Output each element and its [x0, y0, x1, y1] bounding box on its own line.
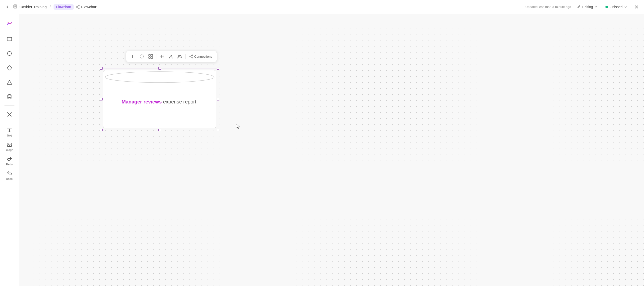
toolbar-person-button[interactable] — [167, 52, 175, 60]
editing-button[interactable]: Editing — [575, 4, 600, 10]
updated-text: Updated less than a minute ago — [526, 5, 571, 9]
svg-point-28 — [178, 55, 180, 57]
text-normal: expense report. — [162, 99, 198, 105]
chevron-down-icon-finished — [624, 5, 627, 8]
handle-bm[interactable] — [158, 129, 161, 131]
svg-point-35 — [105, 72, 214, 83]
svg-point-12 — [8, 51, 12, 55]
handle-ml[interactable] — [100, 98, 102, 101]
text-highlighted: Manager reviews — [122, 99, 162, 105]
shape-text: Manager reviews expense report. — [122, 98, 198, 105]
sidebar-divider-1 — [4, 106, 14, 106]
back-button[interactable] — [4, 3, 11, 10]
header: Cashier Training / Flowchart Flowchart U… — [0, 0, 644, 14]
sidebar-item-rectangle[interactable] — [2, 32, 17, 46]
pencil-icon — [577, 5, 581, 9]
sidebar-redo-label: Redo — [6, 163, 12, 166]
cylinder-ellipse-top — [103, 70, 216, 84]
handle-tm[interactable] — [158, 67, 161, 70]
svg-line-8 — [77, 7, 78, 8]
svg-point-32 — [192, 57, 193, 58]
svg-point-19 — [140, 55, 144, 58]
svg-point-30 — [189, 56, 190, 57]
floating-toolbar: T — [126, 51, 217, 62]
breadcrumb-title: Cashier Training — [20, 5, 46, 9]
connections-icon — [189, 54, 193, 58]
sidebar-item-image[interactable]: Image — [2, 140, 17, 153]
breadcrumb-active-tab[interactable]: Flowchart — [54, 4, 74, 10]
chevron-down-icon — [594, 5, 598, 8]
svg-rect-20 — [149, 54, 150, 56]
breadcrumb-flowchart: Flowchart — [76, 5, 97, 9]
sidebar-logo — [2, 17, 17, 30]
svg-point-4 — [76, 6, 77, 7]
handle-bl[interactable] — [100, 129, 102, 131]
connections-label: Connections — [194, 55, 212, 58]
svg-point-16 — [8, 98, 11, 99]
svg-point-31 — [192, 55, 193, 56]
header-right: Updated less than a minute ago Editing F… — [526, 3, 640, 10]
handle-mr[interactable] — [217, 98, 219, 101]
cylinder-shape: Manager reviews expense report. — [103, 70, 216, 128]
svg-line-9 — [78, 6, 78, 6]
toolbar-divider-2 — [185, 54, 186, 59]
svg-line-10 — [78, 8, 78, 8]
sidebar-divider-2 — [4, 123, 14, 123]
cursor — [236, 123, 240, 130]
sidebar: Text Image Redo Undo — [0, 14, 19, 286]
svg-point-5 — [78, 5, 80, 6]
breadcrumb-doc-icon — [13, 4, 18, 10]
editing-label: Editing — [582, 5, 593, 9]
handle-tl[interactable] — [100, 67, 102, 70]
canvas[interactable]: T — [19, 14, 644, 286]
svg-rect-21 — [151, 54, 153, 56]
breadcrumb-sep: / — [50, 5, 50, 9]
svg-line-33 — [190, 55, 192, 56]
handle-tr[interactable] — [217, 67, 219, 70]
svg-rect-22 — [149, 57, 150, 58]
svg-rect-24 — [160, 55, 164, 58]
shape-container[interactable]: Manager reviews expense report. — [101, 68, 218, 130]
svg-point-13 — [8, 95, 11, 96]
connections-button[interactable]: Connections — [187, 53, 214, 59]
close-button[interactable] — [633, 3, 640, 10]
sidebar-item-diamond[interactable] — [2, 61, 17, 75]
sidebar-item-circle[interactable] — [2, 47, 17, 60]
svg-line-7 — [77, 6, 78, 7]
toolbar-text-button[interactable]: T — [129, 52, 137, 60]
svg-point-27 — [170, 55, 172, 56]
finished-dot — [606, 6, 608, 8]
sidebar-item-triangle[interactable] — [2, 76, 17, 89]
breadcrumb-flowchart-label: Flowchart — [81, 5, 97, 9]
finished-button[interactable]: Finished — [604, 4, 629, 10]
svg-point-6 — [78, 8, 80, 9]
finished-label: Finished — [610, 5, 622, 9]
toolbar-circle-button[interactable] — [138, 52, 146, 60]
svg-rect-23 — [151, 57, 153, 58]
toolbar-divider — [156, 54, 156, 59]
svg-point-29 — [180, 55, 181, 57]
sidebar-undo-label: Undo — [6, 177, 12, 180]
sidebar-item-undo[interactable]: Undo — [2, 169, 17, 182]
toolbar-group-button[interactable] — [176, 52, 184, 60]
svg-rect-11 — [7, 37, 12, 41]
x-icon — [634, 5, 639, 9]
header-left: Cashier Training / Flowchart Flowchart — [4, 3, 97, 10]
svg-rect-17 — [7, 143, 12, 146]
sidebar-image-label: Image — [6, 148, 13, 151]
sidebar-item-redo[interactable]: Redo — [2, 154, 17, 168]
toolbar-layout-button[interactable] — [147, 52, 155, 60]
svg-line-34 — [190, 57, 192, 57]
sidebar-item-delete[interactable] — [2, 108, 17, 121]
sidebar-item-cylinder[interactable] — [2, 90, 17, 104]
sidebar-text-label: Text — [7, 134, 12, 137]
sidebar-item-text[interactable]: Text — [2, 125, 17, 139]
handle-br[interactable] — [217, 129, 219, 131]
toolbar-table-button[interactable] — [158, 52, 166, 60]
